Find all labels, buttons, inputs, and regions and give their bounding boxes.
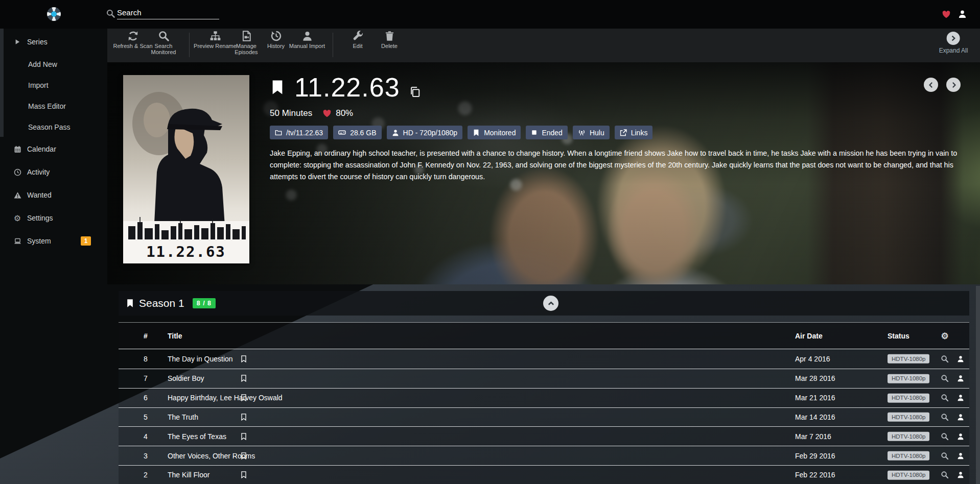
chevron-up-icon xyxy=(547,300,555,307)
laptop-icon xyxy=(12,237,22,245)
column-status[interactable]: Status xyxy=(888,332,909,340)
episode-quality-badge: HDTV-1080p xyxy=(888,471,929,480)
collapse-season-button[interactable] xyxy=(543,296,558,311)
episode-manual-search-icon[interactable] xyxy=(957,452,964,459)
series-runtime: 50 Minutes xyxy=(270,108,312,118)
search-monitored-button[interactable]: Search Monitored xyxy=(142,31,185,55)
episode-number: 3 xyxy=(144,452,148,460)
folder-icon xyxy=(275,129,282,136)
user-icon xyxy=(302,31,313,41)
system-health-badge: 1 xyxy=(81,236,91,246)
column-air-date[interactable]: Air Date xyxy=(795,332,823,340)
episode-row[interactable]: 8 The Day in Question Apr 4 2016 HDTV-10… xyxy=(119,349,969,369)
episode-monitor-bookmark-icon[interactable] xyxy=(240,413,248,421)
episode-row[interactable]: 7 Soldier Boy Mar 28 2016 HDTV-1080p xyxy=(119,369,969,388)
manual-import-button[interactable]: Manual Import xyxy=(285,31,329,49)
series-status-badge[interactable]: Ended xyxy=(526,126,567,139)
episode-manual-search-icon[interactable] xyxy=(957,414,964,421)
warning-icon xyxy=(12,191,22,199)
episode-row[interactable]: 2 The Kill Floor Feb 22 2016 HDTV-1080p xyxy=(119,465,969,484)
episode-manual-search-icon[interactable] xyxy=(957,433,964,440)
episode-search-icon[interactable] xyxy=(941,413,949,421)
episode-quality-badge: HDTV-1080p xyxy=(888,413,929,422)
table-options-gear-icon[interactable]: ⚙ xyxy=(941,330,948,341)
toolbar-separator xyxy=(333,33,333,57)
episode-monitor-bookmark-icon[interactable] xyxy=(240,374,248,383)
episode-number: 6 xyxy=(144,394,148,402)
network-badge[interactable]: Hulu xyxy=(573,126,610,139)
episode-row[interactable]: 3 Other Voices, Other Rooms Feb 29 2016 … xyxy=(119,446,969,465)
quality-profile-badge[interactable]: HD - 720p/1080p xyxy=(387,126,463,139)
episode-monitor-bookmark-icon[interactable] xyxy=(240,354,248,363)
series-path-badge[interactable]: /tv/11.22.63 xyxy=(270,126,328,139)
episode-title[interactable]: The Truth xyxy=(168,413,198,421)
donate-heart-icon[interactable] xyxy=(942,10,951,19)
sidebar-item-settings[interactable]: ⚙Settings xyxy=(0,212,107,224)
sidebar-item-import[interactable]: Import xyxy=(0,79,107,91)
search-input[interactable] xyxy=(117,6,219,19)
page-scrollbar[interactable] xyxy=(976,286,980,484)
sidebar-item-system[interactable]: System1 xyxy=(0,235,107,247)
episode-title[interactable]: The Eyes of Texas xyxy=(168,432,226,441)
series-monitored-bookmark-icon[interactable] xyxy=(270,76,285,99)
episode-manual-search-icon[interactable] xyxy=(957,394,964,401)
episode-search-icon[interactable] xyxy=(941,471,949,479)
episode-row[interactable]: 6 Happy Birthday, Lee Harvey Oswald Mar … xyxy=(119,388,969,407)
episode-search-icon[interactable] xyxy=(941,432,949,440)
episode-monitor-bookmark-icon[interactable] xyxy=(240,471,248,479)
episode-manual-search-icon[interactable] xyxy=(957,375,964,382)
column-number[interactable]: # xyxy=(144,332,148,340)
episode-title[interactable]: Soldier Boy xyxy=(168,374,204,382)
episode-row[interactable]: 4 The Eyes of Texas Mar 7 2016 HDTV-1080… xyxy=(119,426,969,446)
search-bar xyxy=(105,6,221,21)
user-account-icon[interactable] xyxy=(958,10,967,18)
sidebar-item-activity[interactable]: Activity xyxy=(0,166,107,178)
calendar-icon xyxy=(12,146,22,153)
series-size-badge[interactable]: 28.6 GB xyxy=(333,126,381,139)
episode-row[interactable]: 5 The Truth Mar 14 2016 HDTV-1080p xyxy=(119,407,969,427)
play-icon xyxy=(12,39,22,45)
monitored-badge[interactable]: Monitored xyxy=(468,126,521,139)
stop-square-icon xyxy=(531,129,538,136)
episode-quality-badge: HDTV-1080p xyxy=(888,354,929,364)
episode-manual-search-icon[interactable] xyxy=(957,471,964,478)
episode-search-icon[interactable] xyxy=(941,375,949,382)
series-overview: Jake Epping, an ordinary high school tea… xyxy=(270,148,969,183)
sidebar-item-add-new[interactable]: Add New xyxy=(0,58,107,70)
clock-icon xyxy=(12,168,22,176)
bookmark-icon xyxy=(473,129,480,136)
history-icon xyxy=(271,31,282,41)
episode-rows: 8 The Day in Question Apr 4 2016 HDTV-10… xyxy=(119,349,969,484)
column-title[interactable]: Title xyxy=(168,332,182,340)
series-poster: 11.22.63 xyxy=(123,75,249,263)
episode-title[interactable]: Other Voices, Other Rooms xyxy=(168,452,255,460)
copy-title-icon[interactable] xyxy=(409,86,421,98)
episode-number: 7 xyxy=(144,374,148,382)
episode-search-icon[interactable] xyxy=(941,394,949,402)
links-badge[interactable]: Links xyxy=(615,126,653,139)
episode-title[interactable]: The Kill Floor xyxy=(168,471,209,479)
episode-number: 4 xyxy=(144,432,148,441)
delete-button[interactable]: Delete xyxy=(367,31,411,49)
sidebar-item-season-pass[interactable]: Season Pass xyxy=(0,121,107,133)
episode-monitor-bookmark-icon[interactable] xyxy=(240,432,248,441)
top-bar xyxy=(0,0,980,29)
rating-heart-icon xyxy=(322,109,332,118)
season-monitored-bookmark-icon[interactable] xyxy=(126,297,134,309)
episode-title[interactable]: The Day in Question xyxy=(168,355,233,363)
sidebar-item-calendar[interactable]: Calendar xyxy=(0,143,107,155)
episode-title[interactable]: Happy Birthday, Lee Harvey Oswald xyxy=(168,394,283,402)
expand-all-button[interactable]: Expand All xyxy=(939,32,968,54)
sonarr-logo-icon[interactable] xyxy=(47,7,61,21)
episode-search-icon[interactable] xyxy=(941,452,949,459)
sidebar-item-mass-editor[interactable]: Mass Editor xyxy=(0,100,107,112)
episode-manual-search-icon[interactable] xyxy=(957,355,964,362)
sidebar-item-wanted[interactable]: Wanted xyxy=(0,189,107,201)
sidebar-item-series[interactable]: Series xyxy=(0,36,107,48)
svg-text:11.22.63: 11.22.63 xyxy=(146,243,226,260)
sidebar-nav: Series Add New Import Mass Editor Season… xyxy=(0,29,107,484)
series-title: 11.22.63 xyxy=(294,72,400,103)
episode-air-date: Mar 7 2016 xyxy=(795,432,831,441)
episode-search-icon[interactable] xyxy=(941,355,949,362)
episode-air-date: Mar 14 2016 xyxy=(795,413,835,421)
